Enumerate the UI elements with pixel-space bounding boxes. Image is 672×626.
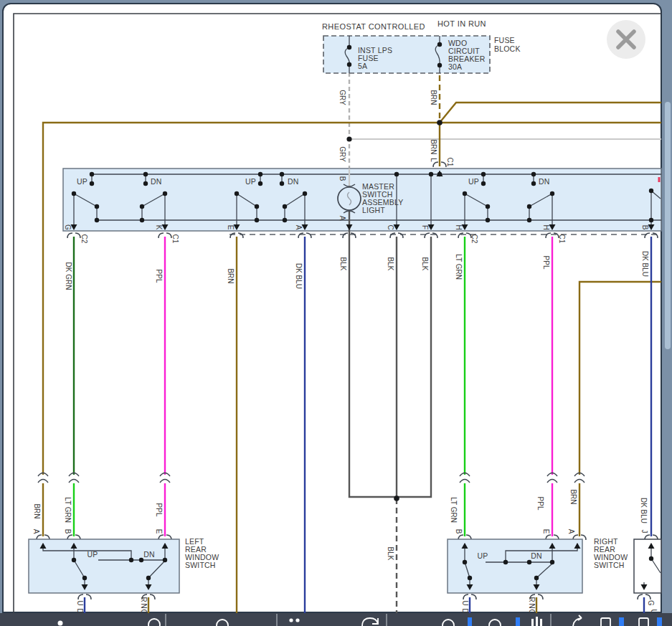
ppl-label-lr: PPL: [155, 503, 163, 517]
pin-b-lr: B: [64, 529, 72, 534]
dkgrn-label: DK GRN: [65, 262, 72, 290]
dkblu-label-rr: DK BLU: [640, 498, 648, 523]
pin-a-rr: A: [567, 529, 575, 534]
conn-c2-left: C2: [80, 234, 88, 244]
frag-r-1: R: [140, 597, 148, 602]
brn-junction-dot: [437, 120, 443, 125]
light-pin-b: B: [339, 176, 346, 181]
far-right-switch: [634, 539, 661, 593]
frag-u-2: U: [461, 600, 469, 605]
inst-fuse-label-3: 5A: [358, 62, 367, 70]
lr-dn-label: DN: [143, 550, 155, 559]
pin-j: J: [640, 530, 648, 533]
pin-k: K: [155, 225, 163, 230]
fuse-block-label-1: FUSE: [494, 36, 515, 44]
gry-junction-dot: [346, 136, 351, 141]
wire-brn-branch-upper: [440, 103, 661, 123]
toolbar-background: [0, 613, 672, 626]
left-rear-label-4: SWITCH: [185, 561, 216, 569]
brn-label-rr: BRN: [569, 489, 577, 504]
accent-tick-1: [468, 617, 472, 626]
conn-c1-left: C1: [171, 234, 179, 244]
dn-label-1: DN: [151, 177, 162, 186]
pin-a-top: A: [295, 225, 303, 230]
pin-f-top: F: [421, 225, 429, 229]
gry-label-top: GRY: [339, 90, 346, 105]
frag-n-1: N: [140, 603, 148, 608]
pin-h-2: H: [542, 224, 550, 229]
blk-junction-dot: [394, 495, 399, 501]
ppl-label-rr: PPL: [536, 497, 544, 511]
frag-r-2: R: [528, 597, 536, 602]
pin-b-rr: B: [455, 529, 463, 534]
pin-g-fr: G: [647, 600, 655, 606]
diagram-frame: [14, 14, 661, 613]
hot-in-run-label: HOT IN RUN: [437, 19, 486, 28]
blk-label-3: BLK: [421, 257, 429, 271]
rr-dn-label: DN: [531, 551, 542, 560]
ltgrn-label-lr: LT GRN: [64, 497, 72, 523]
gry-label-mid: GRY: [339, 146, 346, 162]
close-button[interactable]: [607, 20, 645, 59]
dn-label-2: DN: [288, 177, 299, 186]
left-rear-switch-box: [29, 539, 179, 593]
right-rear-window-switch: UP DN: [448, 539, 582, 593]
far-right-switch-box: [634, 539, 661, 593]
lr-up-label: UP: [87, 550, 98, 559]
accent-tick-2: [516, 617, 520, 626]
inline-splices: [38, 473, 585, 483]
up-label-1: UP: [77, 177, 87, 186]
master-label-4: LIGHT: [362, 206, 385, 214]
page-last-icon[interactable]: [657, 617, 662, 626]
pin-l: L: [430, 158, 437, 162]
blk-label-1: BLK: [339, 257, 347, 271]
pin-d-lr: D: [76, 608, 84, 613]
conn-c1-top: C1: [446, 158, 454, 167]
breaker-label-4: 30A: [448, 62, 462, 71]
pin-e-lr: E: [155, 529, 163, 534]
dkblu-label-b: DK BLU: [641, 251, 649, 277]
dn-label-3: DN: [539, 177, 550, 186]
pin-e-top: E: [227, 225, 235, 230]
blk-label-gnd: BLK: [387, 547, 394, 561]
pin-c-top: C: [387, 224, 394, 229]
up-label-3: UP: [468, 177, 479, 186]
frag-u-1: U: [76, 600, 84, 605]
blk-label-2: BLK: [387, 257, 394, 271]
rheostat-controlled-label: RHEOSTAT CONTROLLED: [322, 22, 425, 31]
brn-label-c1: BRN: [430, 139, 437, 154]
rr-up-label: UP: [478, 551, 488, 560]
pin-e-rr: E: [542, 529, 550, 534]
bottom-toolbar: [0, 613, 672, 626]
ppl-label-2: PPL: [542, 256, 550, 270]
dkblu-label-a: DK BLU: [295, 263, 303, 289]
scrollbar-thumb[interactable]: [665, 102, 671, 349]
conn-c2-right: C2: [470, 234, 478, 244]
brn-label-top: BRN: [430, 90, 437, 105]
fuse-block-label-2: BLOCK: [494, 44, 521, 53]
page-current-icon[interactable]: [619, 617, 624, 626]
pin-b-top: B: [641, 225, 649, 230]
up-label-2: UP: [245, 177, 256, 186]
light-pin-a: A: [339, 216, 346, 221]
left-rear-window-switch: UP DN: [29, 539, 179, 593]
pin-h-1: H: [455, 224, 463, 229]
ltgrn-label-rr: LT GRN: [450, 497, 458, 523]
wiring-diagram: RHEOSTAT CONTROLLED HOT IN RUN FUSE BLOC…: [0, 0, 672, 626]
conn-c1-right: C1: [558, 234, 566, 244]
frag-n-2: N: [528, 603, 536, 608]
master-switch-assembly: UP DN UP DN UP DN MASTER SWITCH ASSEMBLY…: [63, 169, 661, 237]
wire-blk-group: [349, 237, 431, 498]
pin-g: G: [64, 224, 72, 230]
brn-label-lr: BRN: [33, 503, 41, 518]
fuse-block: RHEOSTAT CONTROLLED HOT IN RUN FUSE BLOC…: [322, 19, 521, 73]
ppl-label-1: PPL: [155, 270, 163, 283]
wire-brn-right-rear: [579, 282, 661, 536]
ltgrn-label-1: LT GRN: [455, 254, 463, 280]
pointer-icon[interactable]: [58, 621, 63, 626]
pin-a-lr: A: [32, 529, 40, 534]
pin-d-rr: D: [461, 608, 469, 613]
brn-label-e: BRN: [227, 268, 235, 283]
right-rear-label-4: SWITCH: [594, 561, 625, 569]
